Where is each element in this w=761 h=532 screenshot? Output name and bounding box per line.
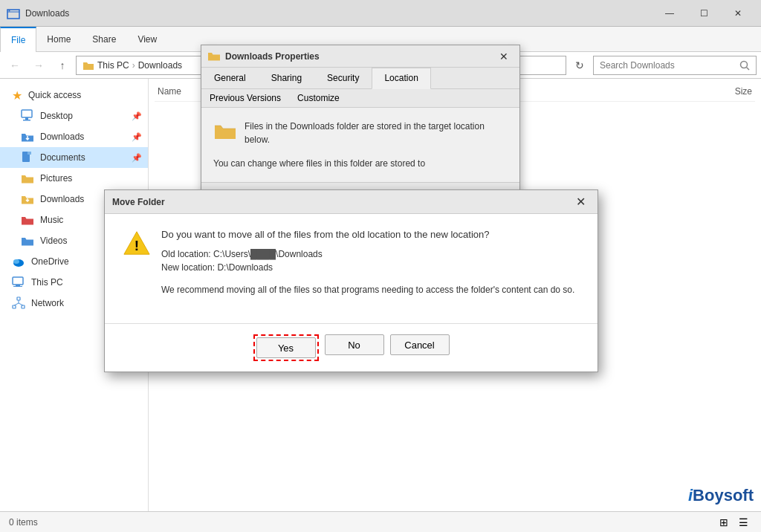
move-yes-button[interactable]: Yes [256,337,316,358]
properties-dialog-content: Files in the Downloads folder are stored… [201,108,519,182]
sidebar-item-quick-access[interactable]: ★ Quick access [0,85,148,106]
maximize-button[interactable]: ☐ [687,0,721,27]
watermark-brand: Boysoft [693,486,754,505]
title-bar: Downloads — ☐ ✕ [0,0,761,27]
svg-line-18 [14,303,19,305]
yes-button-highlight: Yes [253,334,319,361]
column-size: Size [681,85,755,98]
up-button[interactable]: ↑ [52,55,73,76]
properties-close-button[interactable]: ✕ [494,48,514,65]
svg-rect-11 [13,277,23,285]
new-location-row: New location: D:\Downloads [161,262,574,273]
folder-icon-small [82,59,94,71]
properties-tab-security[interactable]: Security [314,68,372,88]
properties-dialog-title: Downloads Properties [225,51,494,62]
new-location-value: D:\Downloads [217,262,273,273]
warning-icon: ! [123,229,151,257]
folder-description-text: Files in the Downloads folder are stored… [245,120,508,146]
old-location-value: C:\Users\████\Downloads [213,249,323,259]
move-dialog-close-button[interactable]: ✕ [571,192,590,212]
svg-point-10 [13,259,19,264]
star-icon: ★ [12,88,22,103]
onedrive-icon [12,255,25,268]
svg-rect-15 [13,305,16,308]
properties-dialog-tabs: General Sharing Security Location [201,68,519,89]
desktop-icon [21,109,34,123]
svg-rect-6 [23,120,30,121]
pin-icon-downloads: 📌 [132,132,142,142]
svg-point-2 [741,61,748,68]
window-controls: — ☐ ✕ [652,0,755,27]
move-dialog-title: Move Folder [112,197,571,207]
svg-rect-12 [16,285,20,286]
folder-description-row: Files in the Downloads folder are stored… [213,120,508,146]
sidebar-item-downloads-qa[interactable]: Downloads 📌 [0,126,148,147]
move-question-text: Do you want to move all of the files fro… [161,229,574,240]
properties-tab-general[interactable]: General [201,68,259,88]
folder-large-icon [213,120,237,143]
close-button[interactable]: ✕ [721,0,755,27]
svg-line-3 [747,67,750,70]
move-no-button[interactable]: No [325,334,384,355]
properties-folder-icon [207,50,221,63]
properties-tab-sharing[interactable]: Sharing [259,68,314,88]
documents-icon [21,151,34,164]
search-icon [739,60,750,71]
svg-rect-16 [22,305,25,308]
change-location-text: You can change where files in this folde… [213,157,508,170]
tab-view[interactable]: View [127,27,168,52]
properties-tab-location[interactable]: Location [372,68,430,89]
minimize-button[interactable]: — [652,0,687,27]
move-recommend-text: We recommend moving all of the files so … [161,283,574,296]
refresh-button[interactable]: ↻ [569,55,590,76]
svg-line-19 [19,303,23,305]
view-buttons: ⊞ ☰ [715,513,752,531]
svg-point-1 [9,10,10,11]
videos-icon [21,234,34,247]
svg-rect-13 [13,286,22,287]
search-input[interactable] [600,60,736,71]
breadcrumb-thispc[interactable]: This PC [97,60,129,71]
properties-tab-previous-versions[interactable]: Previous Versions [201,89,289,107]
sidebar-item-documents[interactable]: Documents 📌 [0,147,148,168]
properties-tab-customize[interactable]: Customize [289,89,348,107]
thispc-icon [12,276,25,289]
old-location-row: Old location: C:\Users\████\Downloads [161,249,574,259]
downloads-folder-icon [21,130,34,143]
item-count: 0 items [9,517,38,528]
tab-home[interactable]: Home [36,27,82,52]
sidebar-item-pictures[interactable]: Pictures [0,168,148,189]
tab-share[interactable]: Share [82,27,127,52]
search-box[interactable] [593,56,757,75]
tab-file[interactable]: File [0,27,36,52]
details-view-button[interactable]: ☰ [734,513,752,531]
sidebar-item-desktop[interactable]: Desktop 📌 [0,106,148,126]
old-location-label: Old location: [161,249,211,259]
move-question-content: Do you want to move all of the files fro… [161,229,574,296]
pin-icon-documents: 📌 [132,153,142,163]
move-dialog-body: ! Do you want to move all of the files f… [105,214,598,323]
large-icons-view-button[interactable]: ⊞ [715,513,733,531]
downloads-folder2-icon [21,192,34,206]
svg-rect-14 [17,297,20,300]
window-title: Downloads [25,8,652,19]
status-bar: 0 items ⊞ ☰ [0,511,761,532]
iboysoft-watermark: iBoysoft [688,486,754,505]
pictures-icon [21,172,34,185]
svg-text:!: ! [135,238,139,253]
forward-button[interactable]: → [28,55,49,76]
music-icon [21,213,34,227]
back-button[interactable]: ← [4,55,25,76]
move-folder-dialog: Move Folder ✕ ! Do you want to move all … [104,189,598,372]
move-question-row: ! Do you want to move all of the files f… [123,229,580,296]
new-location-label: New location: [161,262,215,273]
pin-icon-desktop: 📌 [132,111,142,121]
network-icon [12,296,25,310]
move-dialog-titlebar: Move Folder ✕ [105,190,598,214]
svg-rect-4 [22,110,32,117]
breadcrumb-downloads[interactable]: Downloads [138,60,182,71]
move-cancel-button[interactable]: Cancel [390,334,450,355]
move-dialog-footer: Yes No Cancel [105,323,598,372]
svg-rect-5 [25,117,28,120]
properties-dialog-titlebar: Downloads Properties ✕ [201,45,519,68]
